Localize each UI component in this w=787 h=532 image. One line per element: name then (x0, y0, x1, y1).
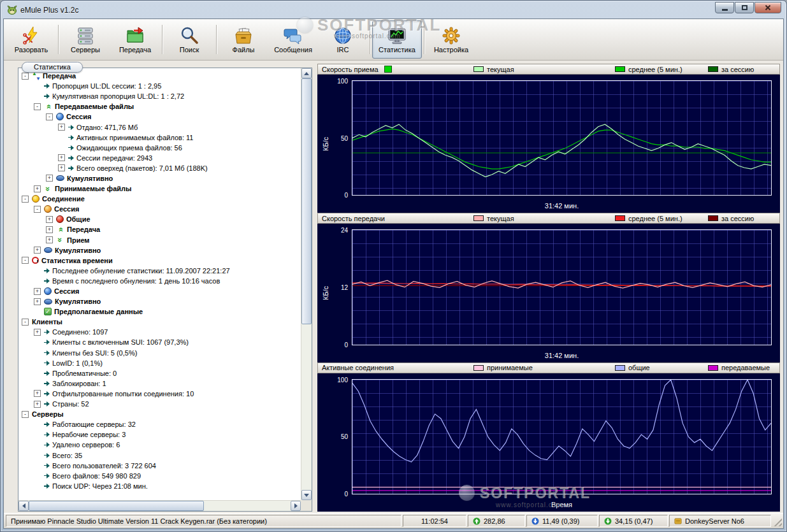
tree-item[interactable]: Ожидающих приема файлов: 56 (18, 143, 301, 153)
statistics-tree-header-button[interactable]: Статистика (22, 62, 83, 73)
expand-toggle[interactable]: + (46, 236, 53, 243)
toolbar-button-disconnect[interactable]: Разорвать (6, 20, 56, 59)
tree-item[interactable]: +Кумулятивно (18, 173, 301, 183)
tree-item[interactable]: Поиск UDP: Через 21:08 мин. (18, 481, 301, 491)
tree-item[interactable]: +Принимаемые файлы (18, 183, 301, 194)
transfer-icon (32, 72, 40, 80)
tree-item[interactable]: Клиенты без SUI: 5 (0,5%) (18, 348, 301, 358)
tree-item[interactable]: LowID: 1 (0,1%) (18, 358, 301, 368)
collapse-toggle[interactable]: - (22, 196, 29, 203)
toolbar-button-search[interactable]: Поиск (164, 20, 214, 59)
expand-toggle[interactable]: + (34, 401, 41, 408)
tree-item[interactable]: +Сессия (18, 286, 301, 296)
horizontal-scrollbar-thumb[interactable] (29, 501, 204, 511)
maximize-button[interactable] (735, 2, 754, 13)
tree-item[interactable]: +Сессии передачи: 2943 (18, 153, 301, 163)
titlebar[interactable]: eMule Plus v1.2c (3, 1, 784, 18)
minimize-button[interactable] (715, 2, 734, 13)
scroll-left-button[interactable] (18, 501, 29, 511)
horizontal-scrollbar[interactable] (18, 500, 301, 511)
tree-item[interactable]: +Прием (18, 235, 301, 245)
expand-toggle[interactable]: + (58, 164, 65, 171)
tree-item[interactable]: -Серверы (18, 409, 301, 419)
expand-toggle[interactable]: + (46, 175, 53, 182)
expand-toggle[interactable]: + (34, 185, 41, 192)
expand-toggle[interactable]: + (34, 298, 41, 305)
expand-toggle[interactable]: + (46, 226, 53, 233)
tree-item[interactable]: Заблокирован: 1 (18, 378, 301, 389)
tree-item[interactable]: -Передаваемые файлы (18, 101, 301, 111)
vertical-scrollbar-thumb[interactable] (301, 78, 312, 324)
arrow-bullet-icon (44, 361, 50, 366)
status-server[interactable]: DonkeyServer No6 (669, 515, 771, 527)
tree-item[interactable]: Последнее обнуление статистики: 11.09.20… (18, 266, 301, 276)
y-tick-label: 100 (337, 376, 348, 383)
expand-toggle[interactable]: + (34, 390, 41, 397)
tree-item[interactable]: +Общие (18, 214, 301, 224)
tree-item[interactable]: Нерабочие серверы: 3 (18, 429, 301, 440)
tree-item[interactable]: +Отфильтрованные попытки соединения: 10 (18, 389, 301, 399)
toolbar-button-irc[interactable]: IRC (318, 20, 368, 59)
toolbar-button-servers[interactable]: Серверы (61, 20, 110, 59)
expand-toggle[interactable]: + (58, 124, 65, 131)
tree-item[interactable]: Проблематичные: 0 (18, 368, 301, 378)
tree-item[interactable]: Всего: 35 (18, 450, 301, 460)
tree-item[interactable]: Работающие серверы: 32 (18, 419, 301, 429)
globe-blue-icon (56, 113, 64, 120)
scroll-right-button[interactable] (291, 501, 301, 511)
tree-item[interactable]: +Страны: 52 (18, 399, 301, 409)
legend-swatch (615, 365, 625, 371)
collapse-toggle[interactable]: - (22, 319, 29, 326)
tree-item[interactable]: +Передача (18, 224, 301, 234)
collapse-toggle[interactable]: - (34, 103, 41, 110)
tree-item[interactable]: Кумулятивная пропорция UL:DL: 1 : 2,72 (18, 91, 301, 101)
tree-item-label: Заблокирован: 1 (52, 380, 106, 387)
collapse-toggle[interactable]: - (34, 206, 41, 213)
toolbar-separator (370, 25, 370, 54)
legend-item: среднее (5 мин.) (615, 215, 708, 222)
toolbar-button-messages[interactable]: Сообщения (268, 20, 318, 59)
close-button[interactable] (755, 2, 781, 13)
expand-toggle[interactable]: + (34, 329, 41, 336)
tree-item[interactable]: -Клиенты (18, 317, 301, 327)
tree-item[interactable]: -Статистика времени (18, 255, 301, 266)
tree-item[interactable]: -Соединение (18, 194, 301, 204)
collapse-toggle[interactable]: - (22, 73, 29, 80)
lightning-scissors-icon (21, 25, 41, 45)
expand-toggle[interactable]: + (34, 247, 41, 254)
tree-item[interactable]: +Кумулятивно (18, 245, 301, 255)
tree-item[interactable]: +Кумулятивно (18, 296, 301, 306)
collapse-toggle[interactable]: - (22, 257, 29, 264)
tree-item[interactable]: +Соединено: 1097 (18, 327, 301, 337)
plot-area: 100500 (352, 80, 772, 196)
chart-lines (352, 230, 771, 344)
scroll-down-button[interactable] (301, 490, 312, 500)
tree-item[interactable]: Активных принимаемых файлов: 11 (18, 133, 301, 143)
vertical-scrollbar[interactable] (301, 68, 312, 500)
toolbar-button-files[interactable]: Файлы (219, 20, 268, 59)
expand-toggle[interactable]: + (34, 288, 41, 295)
tree-item[interactable]: +Отдано: 471,76 Мб (18, 122, 301, 132)
tree-item[interactable]: Предполагаемые данные (18, 306, 301, 317)
tree-item-label: Отфильтрованные попытки соединения: 10 (52, 390, 194, 398)
expand-toggle[interactable]: + (58, 154, 65, 161)
tree-item-label: Сессия (66, 113, 91, 120)
tree-item[interactable]: -Сессия (18, 111, 301, 122)
toolbar-button-transfer[interactable]: Передача (110, 20, 160, 59)
tree-item[interactable]: Всего пользователей: 3 722 604 (18, 461, 301, 471)
toolbar-button-settings[interactable]: Настройка (426, 20, 476, 59)
scroll-up-button[interactable] (301, 68, 312, 78)
toolbar-button-statistics[interactable]: Статистика (372, 20, 422, 59)
tree-item[interactable]: Всего файлов: 549 980 829 (18, 471, 301, 481)
tree-item[interactable]: +Всего оверхед (пакетов): 7,01 Мб (188K) (18, 163, 301, 173)
tree-item[interactable]: -Сессия (18, 204, 301, 214)
tree-item[interactable]: Пропорция UL:DL сессии: 1 : 2,95 (18, 81, 301, 91)
active-connections-chart: Активные соединения принимаемыеобщиепере… (317, 363, 780, 512)
collapse-toggle[interactable]: - (46, 113, 53, 120)
collapse-toggle[interactable]: - (22, 411, 29, 418)
tree-item[interactable]: Клиенты с включенным SUI: 1067 (97,3%) (18, 337, 301, 347)
tree-item[interactable]: Время с последнего обнуления: 1 день 10:… (18, 276, 301, 286)
expand-toggle[interactable]: + (46, 216, 53, 223)
resize-grip[interactable] (772, 516, 782, 526)
tree-item[interactable]: Удалено серверов: 6 (18, 440, 301, 450)
